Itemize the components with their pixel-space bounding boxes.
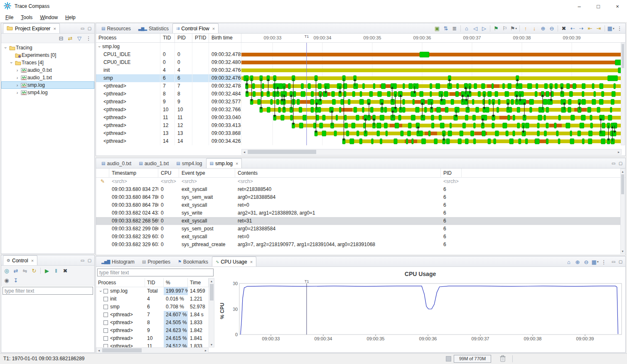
cpu-row-pthread-7[interactable]: <pthread>724.607 %1.84 s: [96, 311, 209, 319]
window-maximize-button[interactable]: □: [589, 0, 608, 12]
new-connection-icon[interactable]: ◎: [2, 266, 11, 275]
timeline-horizontal-scrollbar[interactable]: ◂ ▸: [241, 149, 622, 155]
bottom-tab-cpu-usage[interactable]: ∿CPU Usage×: [212, 257, 256, 266]
column-header-pid[interactable]: PID: [441, 169, 462, 178]
close-tab-icon[interactable]: ×: [212, 26, 215, 31]
follow-cpu-forward-icon[interactable]: ⇢: [577, 24, 585, 33]
column-header-tid[interactable]: TID: [145, 278, 164, 287]
control-filter-input[interactable]: [2, 287, 93, 295]
add-bookmark-icon[interactable]: ⚑: [492, 24, 500, 33]
process-row-cpu0-idle-0[interactable]: CPU0_IDLE0009:00:32.4800: [96, 59, 241, 66]
cpu-usage-filter-input[interactable]: [97, 269, 214, 276]
connect-icon[interactable]: ⇄: [12, 266, 20, 275]
process-row-smp-6[interactable]: smp6609:00:32.4760: [96, 74, 241, 82]
tree-item-audio-1-txt[interactable]: ›audio_1.txt: [1, 74, 94, 81]
close-view-icon[interactable]: ×: [53, 26, 56, 31]
view-menu-icon[interactable]: ⋮: [615, 24, 624, 33]
expander-icon[interactable]: ›: [96, 44, 103, 49]
highlight-pencil-icon[interactable]: ✎: [96, 178, 109, 186]
scroll-up-icon[interactable]: ▴: [209, 278, 214, 283]
column-header-marker[interactable]: [96, 169, 109, 178]
event-row[interactable]: 09:00:33.680 864 7860exit_syscallret=06: [96, 201, 620, 209]
process-row-pthread-12[interactable]: <pthread>121209:00:33.4134: [96, 122, 241, 129]
process-row-pthread-10[interactable]: <pthread>101009:00:32.7662: [96, 106, 241, 114]
events-vertical-scrollbar[interactable]: ▴ ▾: [620, 169, 625, 254]
menu-window[interactable]: Window: [36, 14, 61, 21]
menu-file[interactable]: File: [2, 14, 17, 21]
column-header-pid[interactable]: PID: [175, 34, 192, 42]
view-menu-icon[interactable]: ⋮: [84, 34, 93, 43]
scrollbar-thumb[interactable]: [210, 284, 214, 300]
close-tab-icon[interactable]: ×: [250, 259, 253, 264]
save-image-icon[interactable]: ▣: [433, 24, 441, 33]
process-row-cpu1-idle-0[interactable]: CPU1_IDLE0009:00:32.4789: [96, 51, 241, 59]
cpu-table-horizontal-scrollbar[interactable]: ◂ ▸: [96, 347, 209, 353]
events-tab-smp4-log[interactable]: ▤smp4.log: [172, 158, 206, 168]
bottom-tab-histogram[interactable]: ▂▅▇Histogram: [98, 257, 138, 266]
scroll-up-icon[interactable]: ▴: [620, 169, 625, 174]
process-row-pthread-13[interactable]: <pthread>131309:00:33.8687: [96, 129, 241, 137]
zoom-in-icon[interactable]: ⊕: [539, 24, 547, 33]
project-explorer-tab[interactable]: Project Explorer ×: [3, 23, 60, 33]
new-view-icon[interactable]: ▦▾: [607, 24, 615, 33]
events-filter-row[interactable]: ✎<srch><srch><srch><srch><srch>: [96, 178, 620, 186]
expander-icon[interactable]: ›: [97, 288, 105, 294]
filter-cell[interactable]: <srch>: [179, 178, 235, 186]
process-checkbox[interactable]: [103, 313, 108, 317]
filter-cell[interactable]: <srch>: [441, 178, 462, 186]
scrollbar-thumb[interactable]: [102, 348, 142, 352]
expander-icon[interactable]: ›: [15, 83, 20, 88]
select-prev-process-icon[interactable]: ↑: [521, 24, 530, 33]
timeline-vertical-scrollbar[interactable]: [621, 43, 625, 145]
expander-icon[interactable]: ›: [15, 90, 20, 95]
column-header-event-type[interactable]: Event type: [179, 169, 235, 178]
cpu-usage-chart[interactable]: 010020009:00:3309:00:3409:00:3509:00:360…: [233, 279, 624, 346]
filter-cell[interactable]: <srch>: [235, 178, 441, 186]
process-checkbox[interactable]: [103, 328, 108, 333]
refresh-icon[interactable]: ↻: [30, 266, 38, 275]
event-row[interactable]: 09:00:33.680 864 7860sys_sem_waitarg0=21…: [96, 193, 620, 201]
start-trace-icon[interactable]: ▶: [43, 266, 51, 275]
scroll-right-icon[interactable]: ▸: [616, 149, 621, 154]
cpu-row-smp-6[interactable]: smp60.708 %52.978: [96, 303, 209, 311]
dropdown-arrow-icon[interactable]: ▾: [516, 27, 517, 30]
column-header-process[interactable]: Process: [96, 34, 160, 42]
event-row[interactable]: 09:00:33.682 268 5690exit_syscallret=316: [96, 217, 620, 225]
process-row-pthread-9[interactable]: <pthread>9909:00:32.5775: [96, 98, 241, 106]
cpu-row-pthread-11[interactable]: <pthread>1124.512 %1.833: [96, 342, 209, 347]
expander-icon[interactable]: ›: [3, 45, 8, 51]
process-checkbox[interactable]: [103, 320, 108, 325]
maximize-view-icon[interactable]: ▢: [617, 161, 624, 166]
scroll-right-icon[interactable]: ▸: [203, 348, 208, 353]
stop-trace-icon[interactable]: ✖: [61, 266, 69, 275]
tree-item-traces-4[interactable]: ›Traces [4]: [1, 59, 94, 66]
cf-tab-resources[interactable]: ▤Resources: [98, 23, 135, 33]
cpu-row-pthread-8[interactable]: <pthread>824.505 %1.833: [96, 319, 209, 327]
cpu-row-init-4[interactable]: init40.016 %1.221: [96, 295, 209, 303]
follow-cpu-backward-icon[interactable]: ⇠: [568, 24, 577, 33]
process-checkbox[interactable]: [103, 344, 108, 347]
cpu-row-pthread-10[interactable]: <pthread>1024.615 %1.841: [96, 335, 209, 342]
process-row-smp-log[interactable]: ›smp.log: [96, 43, 241, 51]
select-next-state-icon[interactable]: ▷: [480, 24, 488, 33]
column-header-tid[interactable]: TID: [160, 34, 175, 42]
record-snapshot-icon[interactable]: ◉: [2, 276, 11, 285]
process-checkbox[interactable]: [103, 297, 108, 301]
minimize-view-icon[interactable]: ▭: [610, 161, 617, 166]
cf-tab-statistics[interactable]: ▃▆▂Statistics: [135, 23, 172, 33]
column-header-timestamp[interactable]: Timestamp: [109, 169, 158, 178]
cpu-row-pthread-9[interactable]: <pthread>924.623 %1.842: [96, 327, 209, 335]
filter-cell[interactable]: <srch>: [109, 178, 158, 186]
zoom-out-icon[interactable]: ⊖: [548, 24, 556, 33]
next-event-icon[interactable]: ⇥: [595, 24, 603, 33]
scroll-left-icon[interactable]: ◂: [96, 348, 101, 353]
cpu-table-vertical-scrollbar[interactable]: ▴ ▾: [209, 278, 214, 347]
column-header-contents[interactable]: Contents: [235, 169, 441, 178]
window-close-button[interactable]: ×: [608, 0, 627, 12]
event-row[interactable]: 09:00:33.680 834 2700exit_syscallret=218…: [96, 186, 620, 193]
save-session-icon[interactable]: ↧: [12, 276, 20, 285]
column-header-cpu[interactable]: CPU: [158, 169, 179, 178]
next-marker-icon[interactable]: ⚑▾: [509, 24, 518, 33]
new-view-icon[interactable]: ▦▾: [591, 258, 599, 266]
event-row[interactable]: 09:00:33.682 329 6030exit_syscallret=06: [96, 233, 620, 241]
